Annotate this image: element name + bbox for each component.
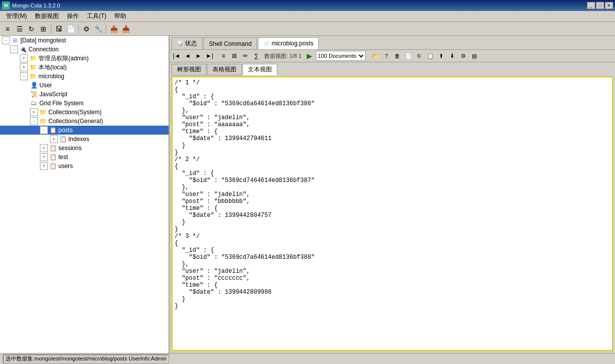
tree-icon-posts: 📋 xyxy=(49,126,57,134)
tree-node-microblog[interactable]: - 📁 microblog xyxy=(0,72,169,81)
tab-status[interactable]: 📊 状态 xyxy=(172,37,203,49)
tree-icon-local: 📁 xyxy=(29,63,37,71)
minimize-button[interactable]: _ xyxy=(587,2,595,9)
play-button[interactable]: ▶ xyxy=(305,51,315,61)
tree-node-admin[interactable]: + 📁 管理员权限(admin) xyxy=(0,54,169,63)
tab-shell-command[interactable]: Shell Command xyxy=(204,37,257,49)
view-tab-tree[interactable]: 树形视图 xyxy=(172,64,206,75)
nav-prev[interactable]: ◄ xyxy=(183,51,193,61)
right-panel: 📊 状态 Shell Command 📄 microblog.posts |◄ … xyxy=(170,36,615,353)
toolbar-count[interactable]: ∑ xyxy=(251,51,261,61)
action-export[interactable]: ⬆ xyxy=(436,51,446,61)
toolbar-btn-5[interactable]: 🖫 xyxy=(53,23,64,34)
view-tab-table[interactable]: 表格视图 xyxy=(207,64,242,75)
tree-label-connection: Connection xyxy=(28,46,59,53)
tree-icon-users: 📋 xyxy=(49,162,57,170)
tree-toggle-users[interactable]: + xyxy=(40,162,48,170)
action-new-doc[interactable]: 📄 xyxy=(404,51,413,61)
toolbar-sep-3 xyxy=(106,24,106,33)
menu-help[interactable]: 帮助 xyxy=(110,11,130,21)
tree-node-user[interactable]: 👤 User xyxy=(0,81,169,90)
tab-status-label: 状态 xyxy=(185,39,197,48)
tree-node-collections-system[interactable]: + 📁 Collections(System) xyxy=(0,108,169,117)
main-layout: - 🖥 [Data] mongotest - 🔌 Connection + 📁 … xyxy=(0,36,615,353)
tree-toggle-local[interactable]: + xyxy=(20,63,28,71)
toolbar-sep-1 xyxy=(51,24,51,33)
toolbar-btn-7[interactable]: ⚙ xyxy=(81,23,92,34)
menu-ops[interactable]: 操作 xyxy=(63,11,83,21)
status-text: 选中数据集:mongotest/mongotest/microblog/post… xyxy=(3,355,169,364)
tree-node-sessions[interactable]: + 📋 sessions xyxy=(0,144,169,153)
tree-icon-user: 👤 xyxy=(30,81,38,89)
title-bar: M Mongo-Cola 1.3.2.0 _ □ ✕ xyxy=(0,0,615,11)
tree-toggle-sessions[interactable]: + xyxy=(40,144,48,152)
toolbar-list-view[interactable]: ≡ xyxy=(218,51,228,61)
nav-last[interactable]: ►| xyxy=(205,51,214,61)
view-tab-bar: 树形视图 表格视图 文本视图 xyxy=(170,62,615,75)
tab-microblog-posts[interactable]: 📄 microblog.posts xyxy=(258,37,319,49)
toolbar-btn-6[interactable]: 📄 xyxy=(65,23,76,34)
nav-first[interactable]: |◄ xyxy=(172,51,182,61)
tree-icon-sessions: 📋 xyxy=(49,144,57,152)
toolbar-btn-10[interactable]: 📥 xyxy=(120,23,131,34)
app-title: Mongo-Cola 1.3.2.0 xyxy=(12,2,60,8)
action-copy[interactable]: ⎘ xyxy=(414,51,424,61)
tree-node-gridfs[interactable]: 🗂 Grid File System xyxy=(0,99,169,108)
action-settings[interactable]: ⚙ xyxy=(458,51,468,61)
toolbar-btn-1[interactable]: ≡ xyxy=(2,23,13,34)
tree-label-collections-system: Collections(System) xyxy=(48,109,102,116)
tree-node-local[interactable]: + 📁 本地(local) xyxy=(0,63,169,72)
close-button[interactable]: ✕ xyxy=(605,2,613,9)
posts-tab-icon: 📄 xyxy=(263,41,269,46)
toolbar-refresh[interactable]: ↻ xyxy=(26,23,37,34)
toolbar-btn-2[interactable]: ☰ xyxy=(14,23,25,34)
tree-label-admin: 管理员权限(admin) xyxy=(38,54,89,63)
tree-node-indexes[interactable]: + 📋 Indexes xyxy=(0,135,169,144)
view-tab-text[interactable]: 文本视图 xyxy=(242,64,277,75)
action-paste[interactable]: 📋 xyxy=(425,51,435,61)
toolbar-btn-9[interactable]: 📤 xyxy=(108,23,119,34)
maximize-button[interactable]: □ xyxy=(596,2,604,9)
tree-node-javascript[interactable]: 📜 JavaScript xyxy=(0,90,169,99)
action-help[interactable]: ? xyxy=(382,51,392,61)
tree-node-collections-general[interactable]: - 📁 Collections(General) xyxy=(0,117,169,126)
toolbar-edit[interactable]: ✏ xyxy=(240,51,250,61)
tree-toggle-admin[interactable]: + xyxy=(20,54,28,62)
tree-panel: - 🖥 [Data] mongotest - 🔌 Connection + 📁 … xyxy=(0,36,170,353)
toolbar-grid-view[interactable]: ⊞ xyxy=(229,51,239,61)
nav-next[interactable]: ► xyxy=(194,51,204,61)
tab-shell-label: Shell Command xyxy=(209,40,251,47)
tree-toggle-posts[interactable]: - xyxy=(40,126,48,134)
tree-toggle-connection[interactable]: - xyxy=(10,45,18,53)
action-delete[interactable]: 🗑 xyxy=(393,51,403,61)
menu-dataview[interactable]: 数据视图 xyxy=(31,11,63,21)
tree-node-data-root[interactable]: - 🖥 [Data] mongotest xyxy=(0,36,169,45)
tree-label-javascript: JavaScript xyxy=(39,91,67,98)
tree-toggle-data-root[interactable]: - xyxy=(2,36,10,44)
tree-label-microblog: microblog xyxy=(38,73,64,80)
window-controls[interactable]: _ □ ✕ xyxy=(587,2,613,9)
tree-icon-test: 📋 xyxy=(49,153,57,161)
tree-node-test[interactable]: + 📋 test xyxy=(0,153,169,162)
action-import[interactable]: ⬇ xyxy=(447,51,457,61)
menu-tools[interactable]: 工具(T) xyxy=(83,11,110,21)
tree-toggle-collections-system[interactable]: + xyxy=(30,108,38,116)
tree-toggle-indexes[interactable]: + xyxy=(50,135,58,143)
tab-posts-label: microblog.posts xyxy=(271,40,313,47)
text-content-area[interactable]: /* 1 */ { "_id" : { "$oid" : "5369cd6a64… xyxy=(172,76,613,351)
tree-toggle-microblog[interactable]: - xyxy=(20,72,28,80)
toolbar-btn-8[interactable]: 🔧 xyxy=(93,23,104,34)
toolbar-btn-4[interactable]: ⊞ xyxy=(38,23,49,34)
action-open[interactable]: 📂 xyxy=(371,51,381,61)
tree-label-sessions: sessions xyxy=(58,145,82,152)
tree-icon-connection: 🔌 xyxy=(19,45,27,53)
action-more[interactable]: ▤ xyxy=(469,51,479,61)
tree-node-posts[interactable]: - 📋 posts xyxy=(0,126,169,135)
docs-per-page-select[interactable]: 100 Documents xyxy=(316,51,366,61)
tree-toggle-collections-general[interactable]: - xyxy=(30,117,38,125)
menu-manage[interactable]: 管理(M) xyxy=(2,11,31,21)
tree-label-posts: posts xyxy=(58,127,73,134)
tree-toggle-test[interactable]: + xyxy=(40,153,48,161)
tree-node-users[interactable]: + 📋 users xyxy=(0,162,169,171)
tree-node-connection[interactable]: - 🔌 Connection xyxy=(0,45,169,54)
